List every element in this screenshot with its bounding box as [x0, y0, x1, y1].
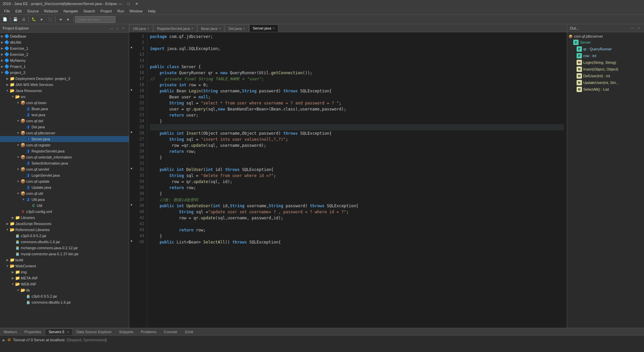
menu-item-refactor[interactable]: Refactor: [42, 8, 61, 14]
toolbar-save[interactable]: 💾: [12, 16, 19, 23]
tree-item-c3p0jar[interactable]: 🫙 c3p0-0.9.5.2.jar: [0, 233, 129, 239]
code-editor[interactable]: package com.qf.jdbcserver; import java.s…: [147, 32, 567, 328]
tree-item-commonsdbutils2[interactable]: 🫙 commons-dbutils-1.6.jar: [0, 299, 129, 305]
menu-item-run[interactable]: Run: [115, 8, 127, 14]
tree-item-updatejava[interactable]: J Update.java: [0, 184, 129, 190]
tree-arrow-javascriptresources[interactable]: ▶: [5, 222, 9, 225]
tree-arrow-webcontent[interactable]: ▼: [5, 264, 9, 268]
tree-item-c3p0jar2[interactable]: 🫙 c3p0-0.9.5.2.jar: [0, 293, 129, 299]
menu-item-project[interactable]: Project: [98, 8, 114, 14]
tab-close-registerservlet[interactable]: ×: [191, 27, 193, 30]
tree-item-mchange[interactable]: 🫙 mchange-commons-java-0.2.12.jar: [0, 245, 129, 251]
menu-item-file[interactable]: File: [1, 8, 13, 14]
menu-item-window[interactable]: Window: [127, 8, 145, 14]
tree-arrow-build[interactable]: ▶: [5, 258, 9, 262]
tree-item-testjava[interactable]: J test.java: [0, 112, 129, 118]
tree-arrow-jaxws[interactable]: ▶: [5, 83, 9, 86]
tree-arrow-comqfjdbcserver[interactable]: ▼: [16, 131, 20, 135]
tree-arrow-utiljava[interactable]: ▼: [21, 198, 25, 201]
tab-server[interactable]: Server.java ×: [249, 25, 278, 32]
bottom-tab-close-servers[interactable]: ×: [67, 330, 69, 334]
outline-class-server[interactable]: CServer: [567, 39, 644, 46]
tree-arrow-comqfdel[interactable]: ▼: [16, 119, 20, 123]
tree-item-referencedlibs[interactable]: ▼ 📂 Referenced Libraries: [0, 227, 129, 233]
outline-item-UpdateUser_int__Stri___[interactable]: MUpdateUser(int, Stri...: [567, 79, 644, 86]
tree-arrow-deployment[interactable]: ▶: [5, 77, 9, 80]
outline-minimize-btn[interactable]: —: [630, 26, 635, 31]
tree-item-webinf[interactable]: ▼ 📂 WEB-INF: [0, 281, 129, 287]
bottom-tab-properties[interactable]: Properties: [21, 328, 45, 335]
tree-item-comqfbean[interactable]: ▼ 📦 com.qf.bean: [0, 100, 129, 106]
tree-item-utiljava[interactable]: ▼ J Util.java: [0, 196, 129, 203]
tree-item-comqfregister[interactable]: ▼ 📦 com.qf.register: [0, 142, 129, 148]
tab-close-bean[interactable]: ×: [219, 27, 221, 30]
tree-arrow-project1[interactable]: ▶: [0, 65, 4, 68]
outline-item-Login_String__String_[interactable]: MLogin(String, String): [567, 59, 644, 66]
tree-arrow-exercise1[interactable]: ▶: [0, 47, 4, 50]
bottom-tab-markers[interactable]: Markers: [0, 328, 21, 335]
tree-item-project1[interactable]: ▶ 🔷 Project_1: [0, 63, 129, 70]
tree-arrow-mynanny[interactable]: ▶: [0, 59, 4, 62]
tree-item-exercise2[interactable]: ▶ 🔷 Exercise_2: [0, 51, 129, 57]
tree-item-javaresources[interactable]: ▼ 📂 Java Resources: [0, 88, 129, 94]
tree-item-jaxws[interactable]: ▶ 📁 JAX-WS Web Services: [0, 82, 129, 88]
outline-item-DelUser_int____int[interactable]: MDelUser(int) : int: [567, 73, 644, 79]
tree-item-database[interactable]: ▶ 🔷 DataBase: [0, 33, 129, 39]
tab-close-del[interactable]: ×: [243, 27, 245, 30]
bottom-tab-problems[interactable]: Problems: [137, 328, 160, 335]
tree-item-dbutils[interactable]: ▶ 🔷 dbUtils: [0, 39, 129, 45]
tree-arrow-database[interactable]: ▶: [0, 35, 4, 38]
tree-item-comqfdel[interactable]: ▼ 📦 com.qf.del: [0, 118, 129, 124]
tab-util[interactable]: Util.java ×: [129, 25, 153, 32]
outline-item-row___int[interactable]: Frow : int: [567, 52, 644, 59]
close-button[interactable]: ✕: [134, 2, 140, 6]
maximize-button[interactable]: □: [126, 2, 131, 6]
tree-item-javascriptresources[interactable]: ▶ 📁 JavaScript Resources: [0, 221, 129, 227]
tree-arrow-dbutils[interactable]: ▶: [0, 41, 4, 44]
outline-item-SelectAll_____List_Bea___[interactable]: MSelectAll() : List: [567, 86, 644, 93]
tree-arrow-img[interactable]: ▶: [11, 270, 15, 274]
tree-arrow-libraries[interactable]: ▶: [11, 216, 15, 219]
outline-item-qr___QueryRunner[interactable]: Fqr : QueryRunner: [567, 46, 644, 52]
server-row[interactable]: ▶ ⚙ Tomcat v7.0 Server at localhost [Sto…: [3, 337, 641, 343]
tree-arrow-comqfutil[interactable]: ▼: [16, 192, 20, 195]
tree-arrow-comqfservlet[interactable]: ▼: [16, 168, 20, 171]
tree-arrow-lib[interactable]: ▼: [16, 289, 20, 292]
menu-item-navigate[interactable]: Navigate: [61, 8, 80, 14]
panel-maximize-button[interactable]: □: [115, 26, 120, 31]
tab-close-util[interactable]: ×: [147, 27, 149, 30]
toolbar-stop[interactable]: ⬛: [46, 16, 54, 23]
menu-item-source[interactable]: Source: [24, 8, 42, 14]
tree-item-libraries[interactable]: ▶ 📁 Libraries: [0, 215, 129, 221]
bottom-tab-snippets[interactable]: Snippets: [115, 328, 137, 335]
tree-arrow-javaresources[interactable]: ▼: [5, 89, 9, 92]
bottom-tab-servers[interactable]: Servers 5×: [45, 328, 73, 335]
tree-item-lib[interactable]: ▼ 📂 lib: [0, 287, 129, 293]
toolbar-debug[interactable]: 🐛: [30, 16, 38, 23]
panel-minimize-button[interactable]: —: [109, 26, 114, 31]
outline-package[interactable]: 📦com.qf.jdbcserver: [567, 34, 644, 39]
tree-item-beanjava[interactable]: J Bean.java: [0, 106, 129, 112]
toolbar-new[interactable]: 📄: [1, 16, 9, 23]
tree-arrow-src[interactable]: ▼: [11, 95, 15, 98]
toolbar-forward[interactable]: ▶: [65, 16, 72, 23]
tab-registerservlet[interactable]: RegisterServlet.java ×: [153, 25, 197, 32]
panel-close-button[interactable]: ×: [121, 26, 126, 31]
tree-item-commonsdbutils[interactable]: 🫙 commons-dbutils-1.6.jar: [0, 239, 129, 245]
tree-item-metainf[interactable]: ▶ 📁 META-INF: [0, 275, 129, 281]
bottom-tab-console[interactable]: Console: [160, 328, 181, 335]
tree-item-comqfservlet[interactable]: ▼ 📦 com.qf.servlet: [0, 166, 129, 172]
tree-item-build[interactable]: ▶ 📁 build: [0, 257, 129, 263]
tree-item-comqfupdate[interactable]: ▼ 📦 com.qf.update: [0, 178, 129, 184]
tab-bean[interactable]: Bean.java ×: [197, 25, 224, 32]
tree-item-util[interactable]: C Util: [0, 203, 129, 209]
outline-maximize-btn[interactable]: □: [636, 26, 641, 31]
quick-access-input[interactable]: [75, 16, 115, 23]
menu-item-help[interactable]: Help: [145, 8, 158, 14]
tree-item-selectinfo[interactable]: J SelectInformation.java: [0, 160, 129, 166]
tree-item-project3[interactable]: ▼ 🔷 project_3: [0, 70, 129, 76]
menu-item-edit[interactable]: Edit: [13, 8, 24, 14]
tree-arrow-project3[interactable]: ▼: [0, 71, 4, 74]
bottom-tab-junit[interactable]: JUnit: [181, 328, 197, 335]
tree-item-deljava[interactable]: J Del.java: [0, 124, 129, 130]
